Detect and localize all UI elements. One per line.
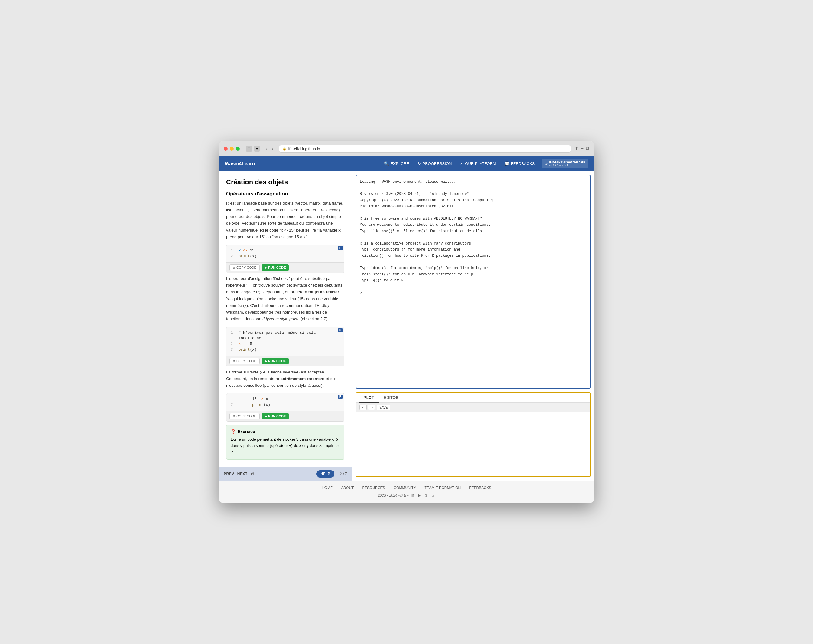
copy-icon-3: ⧉ [233, 414, 235, 418]
code-line: 2 print(x) [231, 402, 340, 408]
copy-button-2[interactable]: ⧉ COPY CODE [229, 358, 260, 364]
main-content: Création des objets Opérateurs d'assigna… [219, 171, 594, 481]
progression-icon: ↻ [418, 161, 421, 166]
view-toggle[interactable]: ∨ [254, 146, 260, 152]
sidebar-toggle[interactable]: ⊞ [246, 146, 252, 152]
minimize-button[interactable] [230, 147, 234, 151]
code-line: 2 x = 15 [231, 341, 340, 347]
footer-feedbacks[interactable]: FEEDBACKS [469, 486, 491, 490]
help-button[interactable]: HELP [316, 470, 334, 478]
console-line: Type 'q()' to quit R. [360, 278, 586, 284]
browser-window: ⊞ ∨ ‹ › 🔒 ifb-elixirfr.github.io ⬆ + ⧉ W… [219, 141, 594, 503]
run-icon-2: ▶ [265, 359, 267, 363]
home-icon[interactable]: ⌂ [430, 493, 435, 498]
prev-button[interactable]: PREV [224, 472, 234, 476]
console-line [360, 210, 586, 216]
code-content-3: 1 15 -> x 2 print(x) [226, 393, 344, 411]
tab-plot[interactable]: PLOT [359, 393, 379, 403]
nav-platform-label: OUR PLATFORM [465, 161, 496, 166]
console-line [360, 234, 586, 240]
console-line: Type 'contributors()' for more informati… [360, 247, 586, 253]
code-actions-3: ⧉ COPY CODE ▶ RUN CODE [226, 411, 344, 421]
refresh-icon: ↺ [251, 471, 254, 476]
console-line: Type 'demo()' for some demos, 'help()' f… [360, 265, 586, 271]
footer-community[interactable]: COMMUNITY [393, 486, 416, 490]
platform-icon: ✂ [460, 161, 463, 166]
toolbar-forward-button[interactable]: > [368, 405, 375, 410]
copy-button-1[interactable]: ⧉ COPY CODE [229, 265, 260, 271]
run-button-3[interactable]: ▶ RUN CODE [262, 413, 289, 419]
footer-resources[interactable]: RESOURCES [362, 486, 385, 490]
run-icon: ▶ [265, 266, 267, 270]
search-icon: 🔍 [384, 161, 389, 166]
footer-links: HOME ABOUT RESOURCES COMMUNITY TEAM E-FO… [224, 486, 589, 490]
console-line: R is free software and comes with ABSOLU… [360, 216, 586, 222]
r-badge-1: R [338, 246, 343, 250]
nav-explore-label: EXPLORE [390, 161, 409, 166]
run-button-1[interactable]: ▶ RUN CODE [262, 265, 289, 271]
nav-explore[interactable]: 🔍 EXPLORE [380, 159, 413, 168]
maximize-button[interactable] [236, 147, 240, 151]
copy-icon: ⧉ [233, 266, 235, 270]
linkedin-icon[interactable]: in [410, 493, 415, 498]
code-line: 1 15 -> x [231, 396, 340, 402]
code-block-2: R 1 # N'écrivez pas cela, même si cela f… [226, 327, 344, 366]
console-area: Loading r WASM environnement, please wai… [356, 175, 591, 389]
back-button[interactable]: ‹ [264, 145, 269, 152]
site-nav: Wasm4Learn 🔍 EXPLORE ↻ PROGRESSION ✂ OUR… [219, 156, 594, 171]
site-logo: Wasm4Learn [225, 161, 255, 166]
nav-progression-label: PROGRESSION [423, 161, 452, 166]
code-line: 2 print(x) [231, 254, 340, 259]
forward-button[interactable]: › [270, 145, 275, 152]
footer-about[interactable]: ABOUT [341, 486, 354, 490]
url-text: ifb-elixirfr.github.io [288, 146, 320, 151]
plot-editor-tabs: PLOT EDITOR [356, 393, 590, 403]
youtube-icon[interactable]: ▶ [417, 493, 422, 498]
run-button-2[interactable]: ▶ RUN CODE [262, 358, 289, 364]
close-button[interactable] [224, 147, 228, 151]
console-line [360, 185, 586, 191]
toolbar-save-button[interactable]: SAVE [377, 405, 391, 410]
code-content-1: 1 x <- 15 2 print(x) [226, 245, 344, 262]
between-text-1: L'opérateur d'assignation flèche '<-' pe… [226, 275, 344, 323]
page-title: Création des objets [226, 178, 344, 186]
site-footer: HOME ABOUT RESOURCES COMMUNITY TEAM E-FO… [219, 481, 594, 503]
exercise-box: ❓ Exercice Ecrire un code permettant de … [226, 425, 344, 460]
section-title: Opérateurs d'assignation [226, 191, 344, 197]
nav-our-platform[interactable]: ✂ OUR PLATFORM [456, 159, 499, 168]
copy-button-3[interactable]: ⧉ COPY CODE [229, 413, 260, 419]
code-block-1: R 1 x <- 15 2 print(x) ⧉ [226, 245, 344, 273]
nav-progression[interactable]: ↻ PROGRESSION [414, 159, 456, 168]
new-tab-icon[interactable]: + [581, 146, 584, 152]
github-repo: IFB-ElixirFr/Wasm4Learn [549, 160, 585, 164]
code-content-2: 1 # N'écrivez pas cela, même si cela fon… [226, 327, 344, 356]
footer-home[interactable]: HOME [322, 486, 333, 490]
code-actions-1: ⧉ COPY CODE ▶ RUN CODE [226, 262, 344, 273]
panel-footer: PREV NEXT ↺ HELP 2 / 7 [219, 467, 352, 481]
console-line: R version 4.3.0 (2023-04-21) -- "Already… [360, 191, 586, 197]
console-line: Loading r WASM environnement, please wai… [360, 179, 586, 185]
github-icon: ⊙ [545, 162, 548, 166]
footer-team[interactable]: TEAM E-FORMATION [424, 486, 461, 490]
nav-feedbacks[interactable]: 💬 FEEDBACKS [501, 159, 538, 168]
nav-feedbacks-label: FEEDBACKS [511, 161, 535, 166]
console-prompt[interactable]: > [360, 290, 586, 296]
right-panel: Loading r WASM environnement, please wai… [352, 171, 594, 481]
url-bar[interactable]: 🔒 ifb-elixirfr.github.io [279, 145, 571, 153]
console-line: 'citation()' on how to cite R or R packa… [360, 253, 586, 259]
twitter-icon[interactable]: 𝕏 [424, 493, 429, 498]
tabs-icon[interactable]: ⧉ [586, 146, 589, 152]
title-bar: ⊞ ∨ ‹ › 🔒 ifb-elixirfr.github.io ⬆ + ⧉ [219, 141, 594, 156]
github-info[interactable]: ⊙ IFB-ElixirFr/Wasm4Learn v1.29.0 ★ 4 ⑂ … [542, 159, 588, 168]
toolbar-back-button[interactable]: < [359, 405, 367, 410]
tab-editor[interactable]: EDITOR [379, 393, 403, 403]
copyright-text: 2023 - 2024 - IFB - [378, 493, 408, 498]
code-line: 1 x <- 15 [231, 248, 340, 254]
traffic-lights [224, 147, 240, 151]
page-count: 2 / 7 [340, 472, 347, 476]
nav-arrows: ‹ › [264, 145, 275, 152]
share-icon[interactable]: ⬆ [574, 146, 578, 152]
refresh-button[interactable]: ↺ [251, 471, 254, 476]
intro-text: R est un langage basé sur des objets (ve… [226, 200, 344, 241]
next-button[interactable]: NEXT [237, 472, 248, 476]
